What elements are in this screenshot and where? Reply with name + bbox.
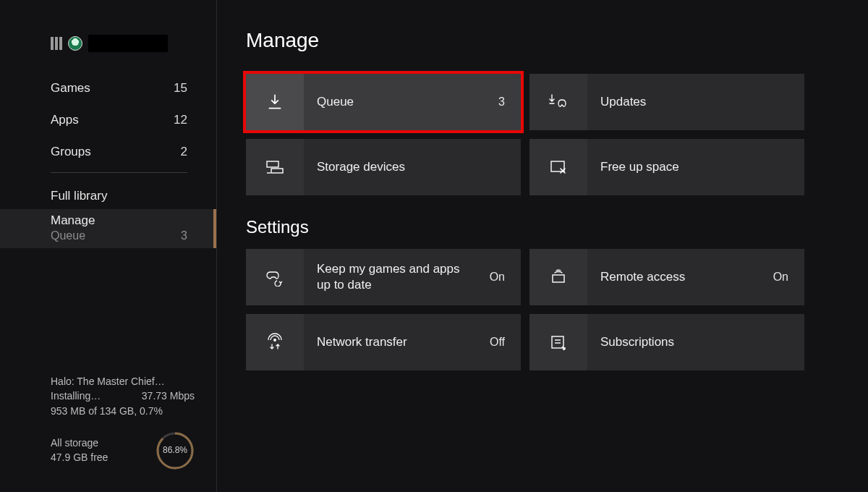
sidebar-count: 2: [181, 145, 187, 159]
sidebar-item-groups[interactable]: Groups 2: [51, 136, 187, 168]
tile-subscriptions[interactable]: Subscriptions: [529, 314, 804, 370]
svg-rect-8: [552, 336, 563, 348]
sidebar-label: Groups: [51, 145, 91, 159]
remote-access-icon: [548, 268, 569, 286]
gamertag-redacted: [88, 35, 168, 52]
sidebar: Games 15 Apps 12 Groups 2 Full library M…: [0, 0, 217, 492]
avatar: [68, 36, 82, 51]
install-status: Installing…: [51, 389, 101, 403]
sidebar-category-list: Games 15 Apps 12 Groups 2: [0, 72, 216, 168]
sidebar-item-manage-active[interactable]: Manage Queue 3: [0, 209, 216, 248]
sidebar-item-games[interactable]: Games 15: [51, 72, 187, 104]
library-filter-icon: [51, 37, 62, 50]
svg-rect-2: [267, 161, 278, 167]
svg-rect-3: [271, 169, 283, 173]
tile-value: On: [773, 271, 804, 284]
tile-value: On: [490, 271, 521, 284]
network-transfer-icon: [265, 333, 285, 352]
tile-updates[interactable]: Updates: [529, 74, 804, 130]
tile-free-up-space[interactable]: Free up space: [529, 139, 804, 195]
free-space-icon: [549, 158, 568, 176]
sidebar-label: Apps: [51, 113, 79, 127]
tile-network-transfer[interactable]: Network transfer Off: [246, 314, 521, 370]
sidebar-manage-subcount: 3: [181, 229, 187, 242]
tile-label: Free up space: [587, 159, 788, 175]
tile-remote-access[interactable]: Remote access On: [529, 249, 804, 305]
sidebar-count: 12: [174, 113, 187, 127]
sidebar-manage-label: Manage: [51, 213, 187, 228]
settings-tiles: Keep my games and apps up to date On Rem…: [246, 249, 825, 370]
tile-storage-devices[interactable]: Storage devices: [246, 139, 521, 195]
storage-free: 47.9 GB free: [51, 451, 108, 465]
tile-label: Updates: [587, 94, 788, 110]
manage-tiles: Queue 3 Updates: [246, 74, 825, 195]
download-icon: [265, 93, 284, 111]
tile-value: 3: [498, 96, 521, 109]
svg-point-7: [273, 339, 276, 342]
storage-label: All storage: [51, 436, 108, 451]
sidebar-divider: [51, 172, 187, 173]
tile-label: Remote access: [587, 269, 773, 285]
install-progress-block[interactable]: Halo: The Master Chief… Installing… 37.7…: [51, 374, 195, 470]
tile-label: Queue: [304, 94, 498, 110]
tile-queue[interactable]: Queue 3: [246, 74, 521, 130]
sidebar-item-apps[interactable]: Apps 12: [51, 104, 187, 136]
sidebar-label: Games: [51, 81, 90, 96]
sidebar-count: 15: [174, 81, 187, 96]
storage-devices-icon: [265, 158, 285, 176]
install-title: Halo: The Master Chief…: [51, 374, 195, 389]
tile-label: Storage devices: [304, 159, 505, 175]
settings-title: Settings: [246, 217, 825, 237]
install-detail: 953 MB of 134 GB, 0.7%: [51, 404, 195, 418]
sidebar-item-full-library[interactable]: Full library: [0, 183, 216, 209]
sidebar-manage-sublabel: Queue: [51, 229, 85, 242]
storage-summary[interactable]: All storage 47.9 GB free 86.8%: [51, 431, 195, 470]
page-title: Manage: [246, 29, 825, 52]
storage-ring: 86.8%: [156, 431, 195, 470]
install-speed: 37.73 Mbps: [142, 389, 195, 403]
subscriptions-icon: [549, 334, 568, 351]
tile-label: Keep my games and apps up to date: [304, 261, 490, 293]
tile-label: Subscriptions: [587, 334, 788, 350]
app-root: Games 15 Apps 12 Groups 2 Full library M…: [0, 0, 868, 492]
tile-label: Network transfer: [304, 334, 490, 350]
main-panel: Manage Queue 3 U: [217, 0, 868, 492]
tile-keep-up-to-date[interactable]: Keep my games and apps up to date On: [246, 249, 521, 305]
storage-percent: 86.8%: [156, 431, 195, 470]
controller-sync-icon: [264, 268, 286, 287]
tile-value: Off: [490, 336, 521, 349]
profile-block[interactable]: [0, 35, 216, 72]
svg-rect-6: [553, 275, 564, 282]
download-controller-icon: [548, 93, 569, 111]
